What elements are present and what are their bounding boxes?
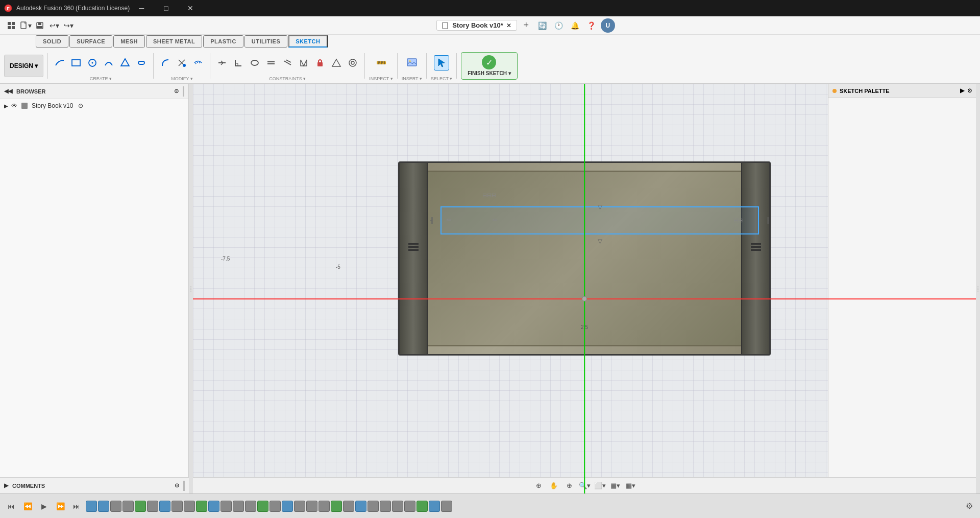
finish-sketch-button[interactable]: ✓ FINISH SKETCH ▾: [461, 52, 517, 80]
timeline-item-6[interactable]: [147, 501, 158, 512]
circle-constraint[interactable]: [247, 55, 262, 70]
timeline-rewind[interactable]: ⏮: [4, 499, 18, 513]
timeline-item-21[interactable]: [331, 501, 342, 512]
maximize-button[interactable]: □: [154, 0, 178, 16]
timeline-item-29[interactable]: [429, 501, 440, 512]
timeline-item-15[interactable]: [257, 501, 268, 512]
timeline-item-24[interactable]: [368, 501, 379, 512]
browser-item-eye-icon[interactable]: 👁: [11, 102, 17, 109]
tab-mesh[interactable]: MESH: [113, 35, 145, 48]
concentric-constraint[interactable]: [345, 55, 360, 70]
timeline-item-25[interactable]: [380, 501, 391, 512]
tab-sketch[interactable]: SKETCH: [288, 35, 327, 48]
refresh-button[interactable]: 🔄: [535, 18, 550, 33]
arc-tool[interactable]: [101, 55, 116, 70]
viewport-canvas[interactable]: ▽ ▽ ╢ ╟ ✏ ✏ ⊟⊟⊟ ⊟⊟: [193, 84, 976, 493]
help-button[interactable]: ❓: [584, 18, 599, 33]
trim-tool[interactable]: [174, 55, 189, 70]
file-button[interactable]: ▾: [18, 18, 33, 33]
minimize-button[interactable]: ─: [130, 0, 153, 16]
timeline-item-28[interactable]: [416, 501, 428, 512]
equal-constraint[interactable]: [263, 55, 279, 70]
tab-sheet-metal[interactable]: SHEET METAL: [146, 35, 202, 48]
timeline-item-16[interactable]: [270, 501, 281, 512]
notification-button[interactable]: 🔔: [568, 18, 582, 33]
timeline-item-10[interactable]: [196, 501, 207, 512]
offset-tool[interactable]: [190, 55, 206, 70]
slot-tool[interactable]: [134, 55, 149, 70]
timeline-play[interactable]: ▶: [37, 499, 51, 513]
mirror-constraint[interactable]: [296, 55, 311, 70]
timeline-item-30[interactable]: [441, 501, 452, 512]
app-menu-button[interactable]: [4, 18, 18, 33]
timeline-next[interactable]: ⏩: [53, 499, 67, 513]
redo-button[interactable]: ↪▾: [61, 18, 76, 33]
right-divider[interactable]: ┊: [976, 84, 980, 493]
polygon-tool[interactable]: [117, 55, 133, 70]
insert-image-tool[interactable]: [404, 55, 420, 70]
timeline-item-12[interactable]: [220, 501, 232, 512]
transform-tool[interactable]: ⊕: [532, 479, 545, 492]
timeline-item-3[interactable]: [110, 501, 121, 512]
grid-button[interactable]: ▦▾: [608, 479, 622, 492]
timeline-item-19[interactable]: [306, 501, 317, 512]
viewport-button[interactable]: ▦▾: [624, 479, 637, 492]
browser-item-expand[interactable]: ▶: [4, 103, 8, 109]
sketch-palette-expand[interactable]: ▶: [960, 87, 964, 94]
timeline-item-23[interactable]: [355, 501, 366, 512]
parallel-constraint[interactable]: [280, 55, 295, 70]
fillet-tool[interactable]: [158, 55, 173, 70]
comments-collapse-icon[interactable]: ▶: [4, 482, 8, 489]
left-divider[interactable]: ┊: [189, 84, 193, 493]
line-tool[interactable]: [52, 55, 67, 70]
history-button[interactable]: 🕐: [552, 18, 566, 33]
design-button[interactable]: DESIGN ▾: [4, 55, 43, 77]
undo-button[interactable]: ↩▾: [47, 18, 61, 33]
timeline-item-27[interactable]: [404, 501, 415, 512]
save-button[interactable]: [33, 18, 47, 33]
orbit-tool[interactable]: ✋: [547, 479, 560, 492]
timeline-item-1[interactable]: [86, 501, 97, 512]
horizontal-constraint[interactable]: [214, 55, 230, 70]
circle-tool[interactable]: [85, 55, 100, 70]
timeline-item-26[interactable]: [392, 501, 403, 512]
browser-pin-icon[interactable]: ⊙: [174, 88, 179, 95]
select-tool[interactable]: [434, 55, 449, 70]
timeline-forward[interactable]: ⏭: [69, 499, 84, 513]
rectangle-tool[interactable]: [68, 55, 84, 70]
timeline-item-4[interactable]: [122, 501, 134, 512]
timeline-item-2[interactable]: [98, 501, 109, 512]
tab-solid[interactable]: SOLID: [36, 35, 68, 48]
display-mode-button[interactable]: ⬜▾: [593, 479, 606, 492]
sketch-palette-pin[interactable]: ⊙: [967, 87, 972, 94]
perpendicular-constraint[interactable]: [231, 55, 246, 70]
pan-tool[interactable]: ⊕: [562, 479, 576, 492]
timeline-item-22[interactable]: [343, 501, 354, 512]
tab-surface[interactable]: SURFACE: [69, 35, 112, 48]
timeline-item-20[interactable]: [318, 501, 330, 512]
comments-pin-icon[interactable]: ⊙: [175, 482, 179, 489]
timeline-prev[interactable]: ⏪: [20, 499, 35, 513]
measure-tool[interactable]: [374, 55, 389, 70]
lock-constraint[interactable]: [312, 55, 328, 70]
timeline-item-7[interactable]: [159, 501, 170, 512]
timeline-item-9[interactable]: [184, 501, 195, 512]
timeline-item-5[interactable]: [135, 501, 146, 512]
close-button[interactable]: ✕: [179, 0, 202, 16]
timeline-item-14[interactable]: [245, 501, 256, 512]
triangle-constraint[interactable]: [329, 55, 344, 70]
new-tab-button[interactable]: +: [519, 18, 533, 33]
timeline-settings-button[interactable]: ⚙: [963, 500, 976, 513]
tab-close-button[interactable]: ✕: [506, 22, 511, 29]
timeline-item-18[interactable]: [294, 501, 305, 512]
timeline-item-11[interactable]: [208, 501, 219, 512]
browser-item-origin-icon[interactable]: ⊙: [78, 102, 83, 109]
user-button[interactable]: U: [601, 18, 615, 33]
tab-utilities[interactable]: UTILITIES: [244, 35, 287, 48]
tab-plastic[interactable]: PLASTIC: [203, 35, 243, 48]
browser-collapse-icon[interactable]: ◀◀: [4, 88, 12, 95]
timeline-item-13[interactable]: [233, 501, 244, 512]
timeline-item-8[interactable]: [172, 501, 183, 512]
timeline-item-17[interactable]: [282, 501, 293, 512]
browser-item-story[interactable]: ▶ 👁 Story Book v10 ⊙: [0, 99, 188, 112]
